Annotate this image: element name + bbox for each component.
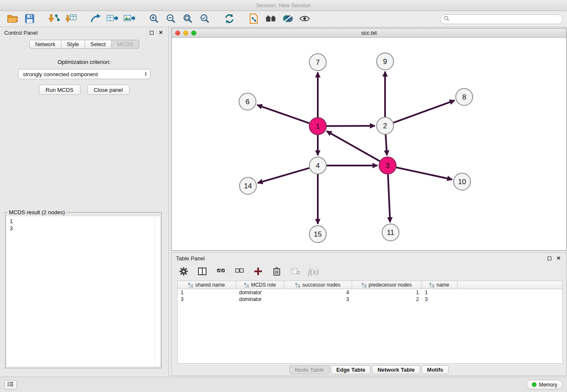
graph-edge-3-10[interactable] [396,167,452,179]
zoom-in-button[interactable] [146,13,162,25]
delete-column-button[interactable] [271,266,283,278]
task-history-button[interactable] [4,380,17,389]
graph-node-3[interactable]: 3 [379,157,396,174]
column-header-successor-nodes[interactable]: successor nodes [284,281,352,289]
graph-node-2[interactable]: 2 [377,117,394,134]
column-header-MCDS-role[interactable]: MCDS role [236,281,284,289]
mcds-result-list[interactable]: 1 3 [7,216,160,367]
network-window-titlebar[interactable]: × − + scc.txt [172,28,566,38]
column-header-name[interactable]: name [422,281,457,289]
export-network-button[interactable] [87,13,104,25]
tab-network-table[interactable]: Network Table [372,365,420,374]
refresh-view-button[interactable] [221,13,238,25]
close-window-icon[interactable]: × [175,30,180,36]
network-file-button[interactable] [245,13,262,25]
import-table-button[interactable] [63,13,80,25]
delete-table-button[interactable] [289,266,301,278]
open-session-button[interactable] [4,13,21,25]
table-cell[interactable]: 1 [352,289,422,296]
graph-edge-1-6[interactable] [257,105,310,123]
zoom-selected-button[interactable] [196,13,213,25]
table-row[interactable]: 1dominator411 [178,289,562,296]
table-cell[interactable]: 3 [284,296,352,303]
node-label: 2 [383,122,387,130]
search-input[interactable] [451,16,559,22]
table-cell[interactable]: 1 [422,289,457,296]
graph-node-6[interactable]: 6 [239,93,256,110]
graph-edge-4-14[interactable] [258,168,309,183]
table-cell[interactable]: 3 [178,296,236,303]
overview-button[interactable] [262,13,279,25]
control-panel-tabs: Network Style Select MCDS [0,40,168,49]
open-folder-icon [7,14,18,24]
close-panel-button[interactable]: Close panel [87,85,130,95]
tab-node-table[interactable]: Node Table [289,365,330,374]
unchecked-boxes-icon [235,268,244,276]
graph-edge-3-11[interactable] [388,174,390,222]
add-column-button[interactable] [252,266,264,278]
table-cell[interactable]: 4 [284,289,352,296]
zoom-fit-button[interactable] [179,13,196,25]
memory-button[interactable]: Memory [526,380,563,389]
table-cell[interactable]: dominator [236,289,284,296]
table-cell[interactable]: 1 [178,289,236,296]
graph-node-8[interactable]: 8 [456,88,473,105]
import-network-button[interactable] [46,13,63,25]
network-canvas[interactable]: 7968124314101511 [172,38,566,250]
export-table-button[interactable] [104,13,121,25]
result-scrollbar[interactable] [155,216,155,367]
tab-network[interactable]: Network [29,40,61,49]
column-label: successor nodes [302,282,340,288]
graph-node-1[interactable]: 1 [309,118,326,135]
status-bar: Memory [0,377,567,392]
graph-node-14[interactable]: 14 [239,177,256,194]
venn-style-icon [282,14,293,25]
tab-motifs[interactable]: Motifs [421,365,449,374]
tab-style[interactable]: Style [61,40,85,49]
search-box[interactable] [440,14,563,24]
table-settings-button[interactable] [178,266,190,278]
graph-node-4[interactable]: 4 [309,157,326,174]
graph-node-9[interactable]: 9 [377,53,394,70]
graph-node-10[interactable]: 10 [454,173,471,190]
graph-node-7[interactable]: 7 [309,54,326,71]
select-all-button[interactable] [215,266,227,278]
float-panel-icon[interactable] [148,29,155,36]
optimization-criterion-select[interactable]: strongly connected component ▲▼ [18,69,150,79]
float-table-panel-icon[interactable] [546,255,553,262]
node-label: 11 [387,229,394,237]
run-mcds-button[interactable]: Run MCDS [39,85,80,95]
tab-mcds[interactable]: MCDS [112,40,139,49]
graph-edge-2-3[interactable] [385,135,387,155]
tab-select[interactable]: Select [85,40,112,49]
tab-edge-table[interactable]: Edge Table [331,365,371,374]
export-image-button[interactable] [121,13,138,25]
table-cell[interactable]: dominator [236,296,284,303]
deselect-all-button[interactable] [234,266,245,278]
maximize-window-icon[interactable]: + [191,30,196,36]
show-hide-button[interactable] [296,13,313,25]
show-columns-button[interactable] [196,266,208,278]
table-cell[interactable]: 2 [352,296,422,303]
graph-node-11[interactable]: 11 [382,224,399,241]
close-panel-icon[interactable]: ✕ [157,29,164,36]
close-table-panel-icon[interactable]: ✕ [555,255,562,262]
mcds-result-line: 1 [10,218,160,225]
table-row[interactable]: 3dominator323 [178,296,562,303]
zoom-out-button[interactable] [162,13,179,25]
column-header-shared-name[interactable]: shared name [178,281,236,289]
table-header-row: shared nameMCDS rolesuccessor nodesprede… [178,281,562,289]
table-cell[interactable]: 3 [422,296,457,303]
minimize-window-icon[interactable]: − [183,30,188,36]
function-builder-button[interactable]: f(x) [308,268,319,276]
network-graph[interactable]: 7968124314101511 [172,38,566,251]
node-label: 4 [316,162,319,170]
graph-edge-1-2[interactable] [327,126,375,126]
save-session-button[interactable] [21,13,38,25]
graph-node-15[interactable]: 15 [309,226,326,243]
column-header-predecessor-nodes[interactable]: predecessor nodes [352,281,422,289]
style-button[interactable] [279,13,296,25]
graph-edge-2-8[interactable] [394,100,455,123]
node-label: 6 [245,98,249,106]
graph-edge-3-1[interactable] [327,131,380,161]
